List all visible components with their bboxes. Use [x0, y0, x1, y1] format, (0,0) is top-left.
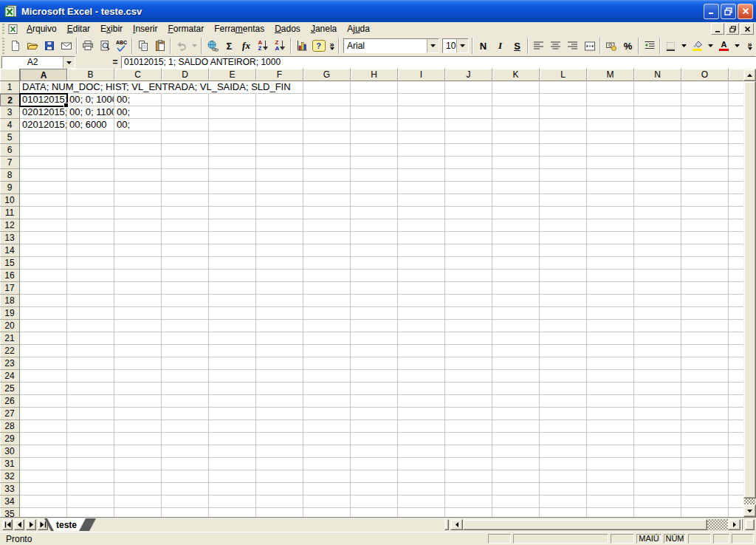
cell-I20[interactable] — [398, 320, 445, 332]
cell-C4[interactable]: 00; — [114, 119, 162, 131]
cell-A30[interactable] — [20, 445, 67, 458]
cell-L35[interactable] — [540, 508, 587, 517]
cell-I27[interactable] — [398, 408, 445, 420]
cell-H8[interactable] — [351, 169, 398, 182]
name-box[interactable]: A2 — [1, 56, 75, 69]
cell-N19[interactable] — [634, 307, 681, 320]
cell-O6[interactable] — [681, 144, 729, 157]
cell-partial-3[interactable] — [729, 106, 743, 119]
cell-J16[interactable] — [445, 270, 492, 282]
cell-H3[interactable] — [351, 106, 398, 119]
cell-O33[interactable] — [681, 483, 729, 496]
cell-E26[interactable] — [209, 395, 256, 408]
align-left-button[interactable] — [530, 38, 547, 54]
cell-B3[interactable]: 00; 0; 1100 — [67, 106, 114, 119]
cell-J13[interactable] — [445, 232, 492, 244]
cell-D33[interactable] — [162, 483, 209, 496]
cell-partial-32[interactable] — [729, 470, 743, 483]
cell-O10[interactable] — [681, 194, 729, 207]
cell-partial-16[interactable] — [729, 270, 743, 282]
cell-D35[interactable] — [162, 508, 209, 517]
cell-E5[interactable] — [209, 131, 256, 144]
cell-C33[interactable] — [114, 483, 162, 496]
cell-H28[interactable] — [351, 420, 398, 433]
cell-C8[interactable] — [114, 169, 162, 182]
cell-M7[interactable] — [587, 157, 634, 169]
cell-L20[interactable] — [540, 320, 587, 332]
cell-C31[interactable] — [114, 458, 162, 470]
cell-partial-11[interactable] — [729, 207, 743, 219]
cell-M34[interactable] — [587, 496, 634, 508]
cell-F12[interactable] — [256, 219, 303, 232]
cell-N31[interactable] — [634, 458, 681, 470]
cell-D8[interactable] — [162, 169, 209, 182]
cell-N18[interactable] — [634, 295, 681, 307]
menu-item-inserir[interactable]: Inserir — [128, 23, 162, 35]
cell-M18[interactable] — [587, 295, 634, 307]
cell-D3[interactable] — [162, 106, 209, 119]
cell-B11[interactable] — [67, 207, 114, 219]
cell-J25[interactable] — [445, 383, 492, 395]
cell-J1[interactable] — [445, 81, 492, 94]
cell-N6[interactable] — [634, 144, 681, 157]
row-header-34[interactable]: 34 — [0, 496, 20, 508]
underline-button[interactable]: S — [509, 38, 526, 54]
cell-C22[interactable] — [114, 345, 162, 357]
cell-E27[interactable] — [209, 408, 256, 420]
cell-B15[interactable] — [67, 257, 114, 270]
print-preview-button[interactable] — [96, 38, 113, 54]
vertical-scrollbar[interactable] — [743, 69, 756, 517]
more-buttons-button[interactable]: » — [327, 38, 337, 54]
cell-H18[interactable] — [351, 295, 398, 307]
save-button[interactable] — [41, 38, 58, 54]
row-header-2[interactable]: 2 — [0, 94, 20, 106]
column-header-F[interactable]: F — [256, 69, 303, 81]
cell-H7[interactable] — [351, 157, 398, 169]
row-header-5[interactable]: 5 — [0, 131, 20, 144]
cell-I33[interactable] — [398, 483, 445, 496]
cell-M14[interactable] — [587, 244, 634, 257]
menu-item-formatar[interactable]: Formatar — [162, 23, 209, 35]
cell-M12[interactable] — [587, 219, 634, 232]
cell-F17[interactable] — [256, 282, 303, 295]
restore-button[interactable] — [721, 4, 736, 19]
cell-L17[interactable] — [540, 282, 587, 295]
print-button[interactable] — [79, 38, 96, 54]
cell-B14[interactable] — [67, 244, 114, 257]
cell-M2[interactable] — [587, 94, 634, 106]
menu-item-dados[interactable]: Dados — [269, 23, 306, 35]
cell-I26[interactable] — [398, 395, 445, 408]
cell-D23[interactable] — [162, 357, 209, 370]
cell-partial-10[interactable] — [729, 194, 743, 207]
cell-O11[interactable] — [681, 207, 729, 219]
cell-C15[interactable] — [114, 257, 162, 270]
cell-E11[interactable] — [209, 207, 256, 219]
cell-N15[interactable] — [634, 257, 681, 270]
cell-O32[interactable] — [681, 470, 729, 483]
cell-J12[interactable] — [445, 219, 492, 232]
cell-O29[interactable] — [681, 433, 729, 445]
cell-F3[interactable] — [256, 106, 303, 119]
paste-button[interactable] — [151, 38, 168, 54]
cell-B6[interactable] — [67, 144, 114, 157]
cell-F18[interactable] — [256, 295, 303, 307]
sheet-tab-teste[interactable]: teste — [47, 518, 86, 531]
row-header-9[interactable]: 9 — [0, 182, 20, 194]
cell-F13[interactable] — [256, 232, 303, 244]
cell-C11[interactable] — [114, 207, 162, 219]
cell-J23[interactable] — [445, 357, 492, 370]
cell-L14[interactable] — [540, 244, 587, 257]
column-header-K[interactable]: K — [492, 69, 540, 81]
cell-I17[interactable] — [398, 282, 445, 295]
row-header-25[interactable]: 25 — [0, 383, 20, 395]
cell-K13[interactable] — [492, 232, 540, 244]
cell-J19[interactable] — [445, 307, 492, 320]
cell-B18[interactable] — [67, 295, 114, 307]
cell-B22[interactable] — [67, 345, 114, 357]
cell-L12[interactable] — [540, 219, 587, 232]
cell-I32[interactable] — [398, 470, 445, 483]
cell-E34[interactable] — [209, 496, 256, 508]
cell-O1[interactable] — [681, 81, 729, 94]
cell-I8[interactable] — [398, 169, 445, 182]
cell-O24[interactable] — [681, 370, 729, 383]
